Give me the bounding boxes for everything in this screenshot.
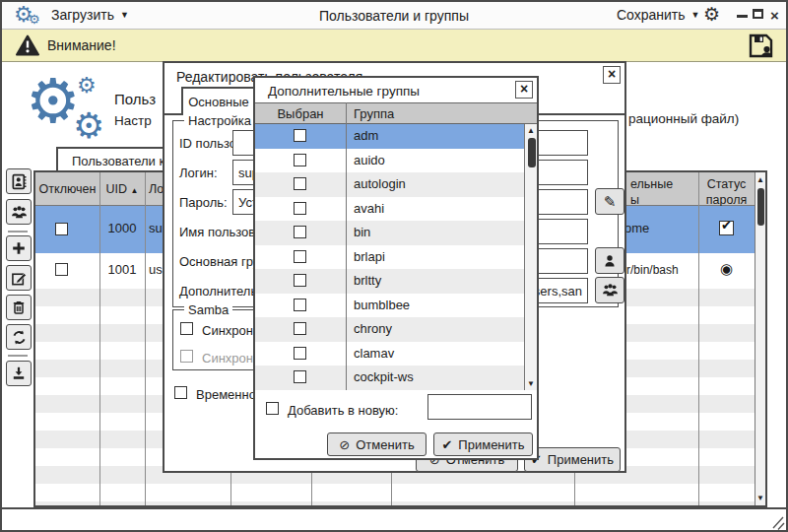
group-name: chrony: [354, 321, 392, 336]
group-row[interactable]: bumblbee: [255, 294, 524, 318]
col-extra-groups-line2[interactable]: ы: [630, 193, 639, 207]
group-checkbox[interactable]: [294, 322, 306, 335]
choose-primary-group-button[interactable]: [595, 247, 624, 274]
tab-basic[interactable]: Основные: [181, 87, 256, 115]
group-checkbox[interactable]: [294, 250, 306, 263]
app-window: ⚙ ⚙ Загрузить▼ Пользователи и группы Сох…: [0, 0, 788, 532]
col-group: Группа: [354, 106, 394, 121]
group-row[interactable]: cockpit-ws: [255, 366, 524, 390]
group-row[interactable]: bin: [255, 221, 524, 245]
group-checkbox[interactable]: [294, 154, 306, 166]
group-checkbox[interactable]: [294, 370, 306, 383]
group-checkbox[interactable]: [294, 347, 306, 360]
group-checkbox[interactable]: [294, 299, 306, 311]
edit-user-button[interactable]: [6, 265, 32, 291]
scrollbar-thumb[interactable]: [528, 138, 536, 167]
group-row[interactable]: auido: [255, 149, 524, 173]
page-logo-gear-small-icon: ⚙: [77, 75, 97, 97]
group-checkbox[interactable]: [294, 129, 306, 142]
warning-triangle-icon: [16, 34, 39, 56]
groups-column-divider: [346, 102, 347, 390]
group-checkbox[interactable]: [294, 202, 306, 215]
save-users-floppy-icon[interactable]: [748, 33, 774, 59]
column-divider: [145, 172, 146, 505]
person-icon: [602, 253, 618, 269]
temp-account-checkbox[interactable]: [174, 386, 187, 399]
column-divider: [698, 172, 699, 505]
groups-dialog-close-button[interactable]: ×: [515, 81, 533, 99]
samba-legend: Samba: [184, 302, 232, 317]
toolbar-separator: [8, 231, 28, 233]
table-scrollbar[interactable]: ▲ ▼: [755, 172, 765, 505]
column-divider: [99, 172, 100, 505]
group-checkbox[interactable]: [294, 177, 306, 190]
group-row-selected[interactable]: adm: [255, 124, 524, 149]
page-title: Польз: [114, 91, 156, 107]
add-new-group-input[interactable]: [427, 394, 532, 420]
maximize-button[interactable]: [753, 9, 763, 19]
add-user-button[interactable]: [6, 235, 32, 261]
cell-extra: sr/bin/bash: [621, 263, 679, 277]
page-logo-gear-medium-icon: ⚙: [73, 108, 104, 144]
edit-password-button[interactable]: ✎: [595, 188, 624, 215]
toolbar-separator: [8, 355, 28, 357]
add-new-group-checkbox[interactable]: [266, 402, 279, 415]
extra-groups-dialog: Дополнительные группы × Выбран Группа ad…: [253, 76, 539, 460]
refresh-icon: [11, 329, 28, 346]
groups-cancel-button[interactable]: ⊘Отменить: [327, 432, 427, 456]
col-uid[interactable]: UID ▲: [99, 182, 145, 196]
group-name: auido: [354, 153, 385, 167]
col-disabled[interactable]: Отключен: [35, 182, 99, 196]
edit-dialog-close-button[interactable]: ×: [603, 66, 621, 84]
col-selected: Выбран: [255, 106, 346, 121]
scroll-down-icon[interactable]: ▼: [755, 494, 765, 502]
import-users-button[interactable]: [6, 361, 32, 386]
group-row[interactable]: avahi: [255, 197, 524, 222]
group-row[interactable]: brlapi: [255, 245, 524, 270]
col-login[interactable]: Ло: [149, 182, 164, 196]
scroll-up-icon[interactable]: ▲: [525, 126, 537, 135]
cell-login: us: [149, 262, 163, 277]
group-row[interactable]: brltty: [255, 269, 524, 294]
choose-extra-groups-button[interactable]: [595, 277, 624, 303]
resize-grip[interactable]: [770, 515, 786, 530]
group-checkbox[interactable]: [294, 274, 306, 287]
col-extra-groups-line1[interactable]: ельные: [630, 177, 673, 191]
groups-apply-button[interactable]: ✔Применить: [433, 432, 533, 456]
groups-dialog-title: Дополнительные группы: [268, 84, 420, 99]
page-subtitle-left: Настр: [114, 113, 152, 128]
save-menu[interactable]: Сохранить▼: [617, 7, 700, 23]
group-name: bumblbee: [354, 298, 410, 312]
fullname-label: Имя пользова: [179, 225, 262, 239]
samba-sync-checkbox[interactable]: [180, 322, 193, 335]
statusbar-divider: [2, 507, 786, 509]
password-status-radio: ◉: [698, 260, 755, 278]
settings-gear-icon[interactable]: ⚙: [703, 5, 720, 24]
warning-bar: Внимание!: [2, 30, 786, 62]
scrollbar-thumb[interactable]: [757, 188, 764, 226]
group-row[interactable]: clamav: [255, 342, 524, 366]
col-password-status-line2[interactable]: пароля: [698, 193, 755, 207]
delete-user-button[interactable]: [6, 295, 32, 320]
close-button[interactable]: ×: [770, 8, 779, 23]
primary-group-label: Основная гру: [179, 254, 259, 269]
col-password-status-line1[interactable]: Статус: [698, 177, 755, 191]
user-properties-button[interactable]: [6, 168, 32, 194]
row-disabled-checkbox[interactable]: [55, 263, 68, 276]
extra-groups-label: Дополнитель: [179, 284, 257, 299]
minimize-button[interactable]: [737, 15, 748, 18]
users-group-icon: [602, 282, 619, 299]
scroll-up-icon[interactable]: ▲: [755, 175, 765, 184]
group-checkbox[interactable]: [294, 226, 306, 238]
refresh-button[interactable]: [6, 324, 32, 350]
scroll-down-icon[interactable]: ▼: [525, 379, 537, 388]
group-row[interactable]: chrony: [255, 317, 524, 342]
samba-sync2-checkbox[interactable]: [180, 350, 193, 363]
cancel-icon: ⊘: [339, 437, 350, 452]
cell-uid: 1001: [99, 262, 145, 277]
group-row[interactable]: autologin: [255, 172, 524, 197]
row-disabled-checkbox[interactable]: [55, 223, 68, 235]
groups-scrollbar[interactable]: ▲ ▼: [524, 124, 537, 390]
titlebar: ⚙ ⚙ Загрузить▼ Пользователи и группы Сох…: [2, 2, 786, 30]
groups-button[interactable]: [6, 199, 32, 225]
